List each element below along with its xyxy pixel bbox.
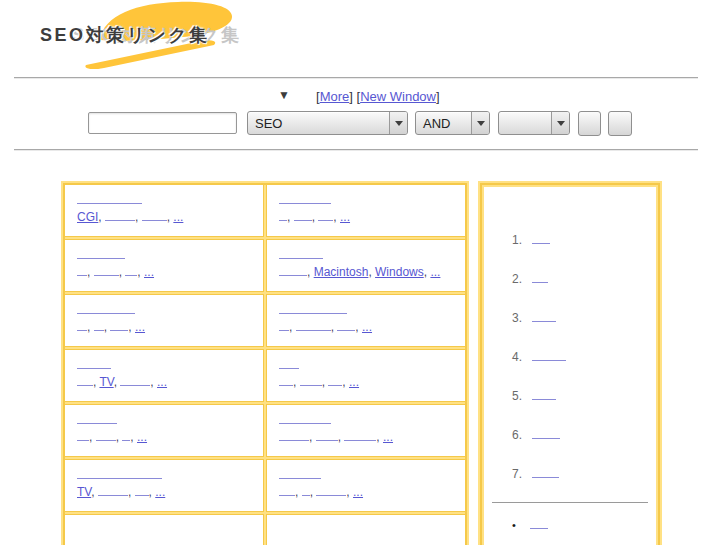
category-link-blank[interactable] (279, 265, 307, 276)
category-heading-link[interactable] (77, 303, 135, 314)
category-link-blank[interactable] (96, 430, 116, 441)
ranking-link[interactable] (532, 428, 560, 439)
separator: , (346, 485, 353, 499)
category-link-blank[interactable] (279, 430, 309, 441)
category-heading-link[interactable] (279, 303, 347, 314)
category-link-blank[interactable] (318, 210, 333, 221)
category-link[interactable]: ... (383, 430, 393, 444)
ranking-footer-link[interactable] (530, 518, 548, 529)
operator-select-arrow[interactable] (471, 112, 489, 134)
ranking-link[interactable] (532, 311, 556, 322)
category-link[interactable]: ... (430, 265, 440, 279)
separator: , (87, 265, 94, 279)
category-link[interactable]: ... (353, 485, 363, 499)
category-link-blank[interactable] (279, 485, 295, 496)
category-link-blank[interactable] (279, 320, 289, 331)
category-select-value: SEO (248, 116, 389, 131)
category-link[interactable]: Windows (375, 265, 424, 279)
new-window-link[interactable]: New Window (360, 89, 436, 104)
collapse-toggle-icon[interactable]: ▼ (278, 88, 290, 102)
category-link[interactable]: ... (155, 485, 165, 499)
ranking-item: 7. (482, 455, 658, 494)
extra-select[interactable] (498, 111, 570, 135)
category-link-blank[interactable] (316, 485, 346, 496)
category-heading-link[interactable] (77, 413, 117, 424)
category-link-blank[interactable] (77, 265, 87, 276)
separator: , (119, 265, 126, 279)
extra-select-arrow[interactable] (551, 112, 569, 134)
category-heading-link[interactable] (77, 193, 142, 204)
category-link-blank[interactable] (77, 430, 89, 441)
category-cell: , , , ... (267, 460, 465, 511)
category-link-blank[interactable] (135, 485, 149, 496)
ranking-link[interactable] (532, 350, 566, 361)
category-link-blank[interactable] (120, 375, 150, 386)
chevron-down-icon (557, 121, 565, 126)
category-link-blank[interactable] (77, 320, 87, 331)
category-link-blank[interactable] (337, 320, 355, 331)
category-heading-link[interactable] (279, 413, 331, 424)
category-link-blank[interactable] (94, 265, 119, 276)
reset-button[interactable] (608, 111, 632, 136)
category-link-blank[interactable] (98, 485, 128, 496)
separator: , (322, 375, 329, 389)
category-heading-link[interactable] (77, 358, 111, 369)
ranking-link[interactable] (532, 467, 559, 478)
category-link-blank[interactable] (344, 430, 376, 441)
search-input[interactable] (88, 112, 237, 134)
more-link[interactable]: More (320, 89, 350, 104)
category-link[interactable]: ... (362, 320, 372, 334)
ranking-link[interactable] (532, 233, 550, 244)
category-link-blank[interactable] (105, 210, 135, 221)
category-heading-link[interactable] (279, 358, 299, 369)
ranking-number: 7. (512, 455, 532, 494)
category-link-blank[interactable] (302, 485, 310, 496)
category-link[interactable]: ... (157, 375, 167, 389)
ranking-list: 1.2.3.4.5.6.7. (482, 221, 658, 494)
category-link[interactable]: Macintosh (314, 265, 369, 279)
category-link-blank[interactable] (316, 430, 338, 441)
category-heading-link[interactable] (279, 468, 321, 479)
ranking-link[interactable] (532, 272, 548, 283)
category-link[interactable]: ... (340, 210, 350, 224)
category-link-blank[interactable] (125, 265, 137, 276)
category-link-blank[interactable] (294, 210, 312, 221)
operator-select[interactable]: AND (415, 111, 490, 135)
category-select-arrow[interactable] (389, 112, 407, 134)
chevron-down-icon (395, 121, 403, 126)
category-heading-link[interactable] (279, 248, 323, 259)
category-link-blank[interactable] (300, 375, 322, 386)
separator: , (342, 375, 349, 389)
ranking-divider (492, 502, 648, 503)
search-button[interactable] (578, 111, 601, 136)
category-link[interactable]: ... (135, 320, 145, 334)
category-cell: , , , ... (65, 240, 263, 291)
site-logo: SEO対策リンク集 SEO対策リンク集 (0, 0, 300, 70)
separator: , (87, 320, 94, 334)
separator: , (130, 430, 137, 444)
category-link[interactable]: TV (77, 485, 91, 499)
chevron-down-icon (477, 121, 485, 126)
category-heading-link[interactable] (77, 468, 162, 479)
category-link[interactable]: ... (137, 430, 147, 444)
category-heading-link[interactable] (279, 193, 331, 204)
category-link-blank[interactable] (110, 320, 128, 331)
category-link-blank[interactable] (279, 210, 287, 221)
category-link-blank[interactable] (328, 375, 342, 386)
category-link-blank[interactable] (94, 320, 104, 331)
category-select[interactable]: SEO (247, 111, 408, 135)
separator: , (331, 320, 338, 334)
category-link[interactable]: ... (173, 210, 183, 224)
ranking-number: 1. (512, 221, 532, 260)
category-link-blank[interactable] (296, 320, 331, 331)
category-heading-link[interactable] (77, 248, 125, 259)
category-link-blank[interactable] (142, 210, 167, 221)
ranking-link[interactable] (532, 389, 556, 400)
category-link-blank[interactable] (279, 375, 293, 386)
category-link[interactable]: CGI (77, 210, 98, 224)
separator: , (310, 485, 317, 499)
category-link[interactable]: TV (99, 375, 113, 389)
category-link-blank[interactable] (77, 375, 93, 386)
category-link[interactable]: ... (144, 265, 154, 279)
category-link[interactable]: ... (349, 375, 359, 389)
